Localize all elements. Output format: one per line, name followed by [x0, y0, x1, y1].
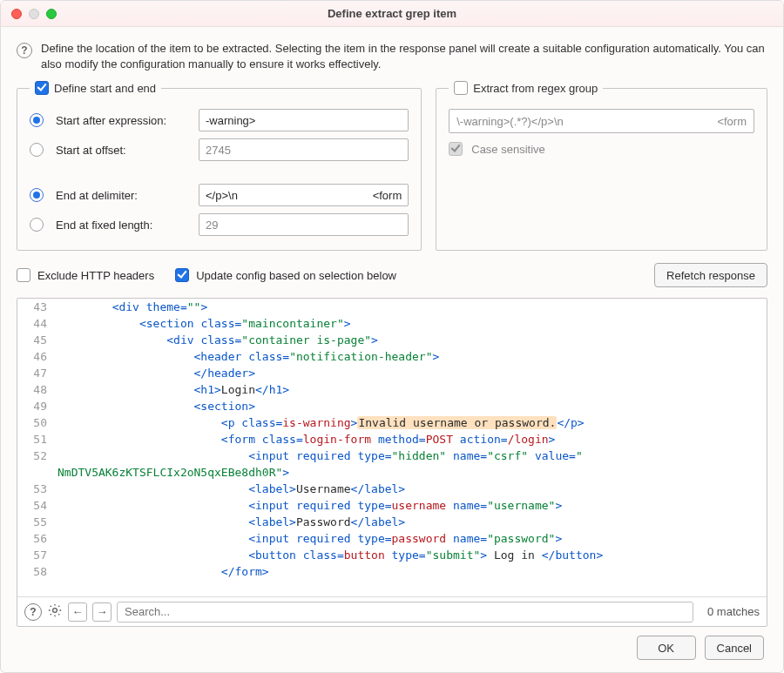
- line-code: <input required type=username name="user…: [57, 497, 767, 514]
- regex-input-value-right: <form: [717, 115, 747, 128]
- regex-input-value-left: \-warning>(.*?)</p>\n: [456, 115, 563, 128]
- line-code: <header class="notification-header">: [57, 348, 767, 365]
- start-at-offset-label: Start at offset:: [52, 144, 190, 157]
- panel-extract-regex: Extract from regex group \-warning>(.*?)…: [436, 81, 767, 251]
- editor-line[interactable]: 53 <label>Username</label>: [17, 481, 767, 497]
- gear-icon[interactable]: [47, 602, 63, 621]
- line-number: 57: [17, 547, 57, 563]
- editor-line[interactable]: 54 <input required type=username name="u…: [17, 497, 767, 514]
- editor-line[interactable]: NmDTV5AK6zKTSFLCIx2oN5qxEBe8dh0R">: [17, 464, 767, 481]
- exclude-http-headers-checkbox[interactable]: [17, 268, 30, 282]
- editor-line[interactable]: 52 <input required type="hidden" name="c…: [17, 448, 767, 464]
- editor-line[interactable]: 44 <section class="maincontainer">: [17, 315, 767, 332]
- exclude-http-headers-label: Exclude HTTP headers: [37, 269, 154, 282]
- line-number: 50: [17, 414, 57, 431]
- editor-footer: ? ← → 0 matches: [17, 596, 767, 626]
- start-at-offset-value: 2745: [206, 144, 231, 157]
- end-at-delimiter-label: End at delimiter:: [52, 189, 190, 202]
- start-after-expression-value: -warning>: [206, 114, 255, 127]
- editor-line[interactable]: 46 <header class="notification-header">: [17, 348, 767, 365]
- line-number: 52: [17, 448, 57, 464]
- line-code: <label>Username</label>: [57, 481, 767, 497]
- update-config-checkbox[interactable]: [175, 268, 189, 282]
- end-at-fixed-length-input[interactable]: 29: [199, 213, 409, 236]
- editor-line[interactable]: 48 <h1>Login</h1>: [17, 381, 767, 398]
- line-number: [17, 464, 57, 481]
- line-number: 49: [17, 398, 57, 414]
- line-number: 44: [17, 315, 57, 332]
- end-at-delimiter-value-left: </p>\n: [206, 189, 238, 202]
- start-at-offset-radio[interactable]: [30, 143, 44, 157]
- start-after-expression-radio[interactable]: [30, 113, 44, 127]
- match-count: 0 matches: [699, 605, 760, 618]
- extract-regex-label: Extract from regex group: [473, 82, 598, 95]
- line-number: 51: [17, 431, 57, 448]
- end-at-delimiter-input[interactable]: </p>\n <form: [199, 184, 409, 206]
- options-row: Exclude HTTP headers Update config based…: [17, 263, 767, 287]
- dialog-window: Define extract grep item ? Define the lo…: [0, 0, 784, 673]
- line-code: <div theme="">: [57, 299, 767, 315]
- line-code: <section class="maincontainer">: [57, 315, 767, 332]
- line-number: 45: [17, 332, 57, 348]
- ok-button[interactable]: OK: [637, 636, 696, 660]
- case-sensitive-checkbox[interactable]: [449, 142, 463, 156]
- panel-define-start-end: Define start and end Start after express…: [17, 81, 422, 251]
- case-sensitive-label: Case sensitive: [471, 143, 545, 156]
- line-code: <h1>Login</h1>: [57, 381, 767, 398]
- line-number: 53: [17, 481, 57, 497]
- define-start-end-checkbox[interactable]: [35, 81, 49, 95]
- start-after-expression-label: Start after expression:: [52, 114, 190, 127]
- editor-line[interactable]: 50 <p class=is-warning>Invalid username …: [17, 414, 767, 431]
- define-start-end-label: Define start and end: [54, 82, 156, 95]
- response-panel: 43 <div theme="">44 <section class="main…: [17, 298, 767, 627]
- prev-match-button[interactable]: ←: [68, 602, 87, 622]
- line-code: <form class=login-form method=POST actio…: [57, 431, 767, 448]
- next-match-button[interactable]: →: [92, 602, 112, 622]
- regex-input[interactable]: \-warning>(.*?)</p>\n <form: [449, 109, 754, 133]
- panel-extract-regex-legend: Extract from regex group: [449, 81, 603, 95]
- search-input[interactable]: [117, 602, 693, 623]
- start-at-offset-input[interactable]: 2745: [199, 138, 409, 161]
- intro-row: ? Define the location of the item to be …: [17, 41, 767, 72]
- end-at-fixed-length-label: End at fixed length:: [52, 219, 190, 232]
- dialog-content: ? Define the location of the item to be …: [1, 27, 783, 672]
- refetch-response-button[interactable]: Refetch response: [654, 263, 767, 287]
- start-after-expression-input[interactable]: -warning>: [199, 109, 409, 131]
- editor-line[interactable]: 47 </header>: [17, 365, 767, 381]
- editor-line[interactable]: 58 </form>: [17, 563, 767, 580]
- line-code: <p class=is-warning>Invalid username or …: [57, 414, 767, 431]
- line-number: 56: [17, 530, 57, 547]
- editor-line[interactable]: 57 <button class=button type="submit"> L…: [17, 547, 767, 563]
- line-number: 55: [17, 514, 57, 530]
- line-code: </header>: [57, 365, 767, 381]
- line-number: 47: [17, 365, 57, 381]
- editor-line[interactable]: 55 <label>Password</label>: [17, 514, 767, 530]
- extract-regex-checkbox[interactable]: [454, 81, 468, 95]
- editor-line[interactable]: 51 <form class=login-form method=POST ac…: [17, 431, 767, 448]
- editor-line[interactable]: 43 <div theme="">: [17, 299, 767, 315]
- response-editor[interactable]: 43 <div theme="">44 <section class="main…: [17, 299, 767, 596]
- end-at-delimiter-radio[interactable]: [30, 188, 44, 202]
- line-number: 54: [17, 497, 57, 514]
- editor-line[interactable]: 45 <div class="container is-page">: [17, 332, 767, 348]
- line-code: <input required type="hidden" name="csrf…: [57, 448, 767, 464]
- intro-text: Define the location of the item to be ex…: [41, 41, 767, 72]
- editor-line[interactable]: 56 <input required type=password name="p…: [17, 530, 767, 547]
- line-number: 46: [17, 348, 57, 365]
- cancel-button[interactable]: Cancel: [705, 636, 764, 660]
- end-at-delimiter-value-right: <form: [373, 189, 402, 202]
- line-code: NmDTV5AK6zKTSFLCIx2oN5qxEBe8dh0R">: [57, 464, 767, 481]
- line-code: </form>: [57, 563, 767, 580]
- help-icon[interactable]: ?: [24, 603, 42, 621]
- line-code: <label>Password</label>: [57, 514, 767, 530]
- dialog-footer: OK Cancel: [17, 627, 767, 663]
- editor-line[interactable]: 49 <section>: [17, 398, 767, 414]
- window-title: Define extract grep item: [1, 7, 783, 20]
- panels-row: Define start and end Start after express…: [17, 81, 767, 251]
- end-at-fixed-length-radio[interactable]: [30, 218, 44, 232]
- titlebar: Define extract grep item: [1, 1, 783, 27]
- line-code: <div class="container is-page">: [57, 332, 767, 348]
- line-code: <section>: [57, 398, 767, 414]
- help-icon[interactable]: ?: [17, 43, 32, 58]
- panel-define-start-end-legend: Define start and end: [30, 81, 161, 95]
